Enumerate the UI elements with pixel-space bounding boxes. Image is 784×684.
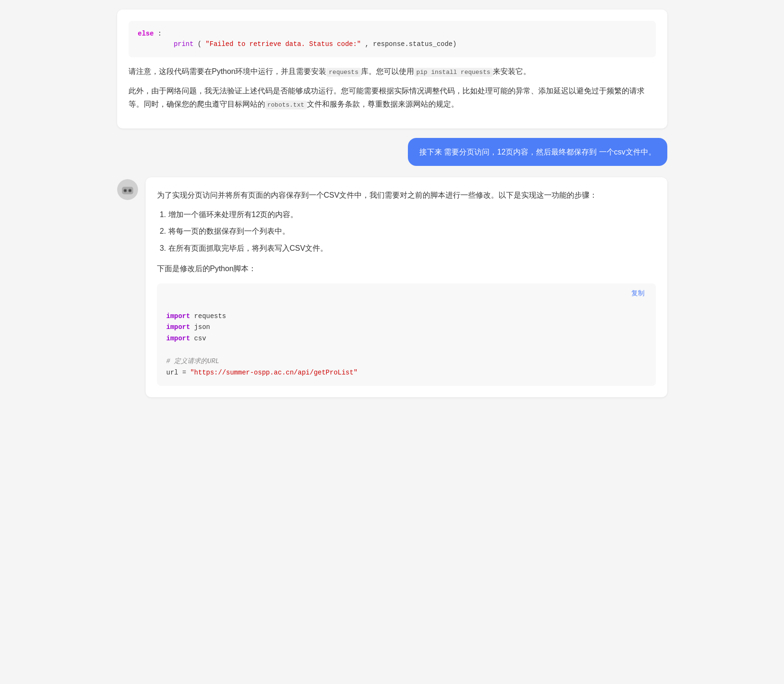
step-2: 将每一页的数据保存到一个列表中。 xyxy=(168,225,656,237)
keyword-import-2: import xyxy=(166,323,190,331)
step-3: 在所有页面抓取完毕后，将列表写入CSV文件。 xyxy=(168,242,656,255)
user-message-text: 接下来 需要分页访问，12页内容，然后最终都保存到 一个csv文件中。 xyxy=(419,148,656,156)
note-paragraph-1: 请注意，这段代码需要在Python环境中运行，并且需要安装requests库。您… xyxy=(129,65,656,79)
code-line-else: else : xyxy=(138,28,646,39)
avatar xyxy=(117,179,138,200)
code-comment-url: # 定义请求的URL xyxy=(166,356,646,367)
code-import-json: import json xyxy=(166,322,646,333)
keyword-print: print xyxy=(174,40,194,48)
inline-code-robots: robots.txt xyxy=(265,100,307,109)
step-1: 增加一个循环来处理所有12页的内容。 xyxy=(168,208,656,221)
url-var-name: url xyxy=(166,369,178,376)
svg-point-4 xyxy=(129,190,130,192)
copy-button[interactable]: 复制 xyxy=(627,287,648,300)
code-import-csv: import csv xyxy=(166,333,646,345)
code-header: 复制 xyxy=(157,283,656,303)
before-code-text: 下面是修改后的Python脚本： xyxy=(157,262,656,276)
steps-list: 增加一个循环来处理所有12页的内容。 将每一页的数据保存到一个列表中。 在所有页… xyxy=(157,208,656,255)
url-string: "https://summer-ospp.ac.cn/api/getProLis… xyxy=(190,369,358,376)
comment-define-url: # 定义请求的URL xyxy=(166,357,220,365)
code-url-line: url = "https://summer-ospp.ac.cn/api/get… xyxy=(166,367,646,379)
code-line-print: print ( "Failed to retrieve data. Status… xyxy=(138,39,646,49)
chat-container: else : print ( "Failed to retrieve data.… xyxy=(108,0,677,416)
note-paragraph-2: 此外，由于网络问题，我无法验证上述代码是否能够成功运行。您可能需要根据实际情况调… xyxy=(129,84,656,112)
user-bubble: 接下来 需要分页访问，12页内容，然后最终都保存到 一个csv文件中。 xyxy=(408,138,667,166)
ai-content-block: 为了实现分页访问并将所有页面的内容保存到一个CSV文件中，我们需要对之前的脚本进… xyxy=(146,177,667,397)
ai-response-row: 为了实现分页访问并将所有页面的内容保存到一个CSV文件中，我们需要对之前的脚本进… xyxy=(117,177,667,397)
code-inner: import requests import json import csv #… xyxy=(157,303,656,386)
code-import-requests: import requests xyxy=(166,311,646,322)
ai-intro-text: 为了实现分页访问并将所有页面的内容保存到一个CSV文件中，我们需要对之前的脚本进… xyxy=(157,189,656,202)
svg-point-3 xyxy=(124,190,126,192)
code-block-top: else : print ( "Failed to retrieve data.… xyxy=(129,21,656,57)
keyword-else: else xyxy=(138,30,154,37)
inline-code-requests: requests xyxy=(326,68,360,77)
user-message-row: 接下来 需要分页访问，12页内容，然后最终都保存到 一个csv文件中。 xyxy=(117,138,667,166)
inline-code-pip: pip install requests xyxy=(414,68,493,77)
string-failed: "Failed to retrieve data. Status code:" xyxy=(205,40,361,48)
code-blank-1 xyxy=(166,345,646,356)
code-wrapper: 复制 import requests import json import cs… xyxy=(157,283,656,386)
avatar-icon xyxy=(120,184,135,195)
ai-top-block: else : print ( "Failed to retrieve data.… xyxy=(117,9,667,128)
keyword-import-3: import xyxy=(166,335,190,342)
keyword-import-1: import xyxy=(166,312,190,320)
